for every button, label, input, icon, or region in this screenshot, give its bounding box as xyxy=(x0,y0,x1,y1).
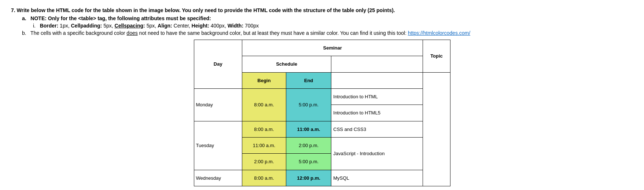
topic-header-empty xyxy=(331,72,423,88)
tuesday-day-cell: Tuesday xyxy=(194,121,242,170)
seminar-header: Seminar xyxy=(242,40,423,56)
question-main-text: Write below the HTML code for the table … xyxy=(17,7,395,13)
seminar-table: Day Seminar Topic Schedule Begin End Mon… xyxy=(194,40,450,186)
tuesday-begin-1: 8:00 a.m. xyxy=(242,121,286,137)
wednesday-end: 12:00 p.m. xyxy=(286,170,331,186)
tuesday-row-1: Tuesday 8:00 a.m. 11:00 a.m. CSS and CSS… xyxy=(194,121,450,137)
monday-topic-1-cell: Introduction to HTML xyxy=(331,88,423,105)
tuesday-end-3: 5:00 p.m. xyxy=(286,154,331,170)
monday-row-1: Monday 8:00 a.m. 5:00 p.m. Introduction … xyxy=(194,88,450,105)
color-tool-link[interactable]: https://htmlcolorcodes.com/ xyxy=(408,30,470,36)
monday-topic-2-cell: Introduction to HTML5 xyxy=(331,105,423,121)
wednesday-topic: MySQL xyxy=(331,170,423,186)
tuesday-topic-2: JavaScript - Introduction xyxy=(331,137,423,170)
question-block: 7. Write below the HTML code for the tab… xyxy=(11,7,633,36)
tuesday-end-2: 2:00 p.m. xyxy=(286,137,331,153)
tuesday-begin-2: 11:00 a.m. xyxy=(242,137,286,153)
sub-i-text: Border: 1px, Cellpadding: 5px, Cellspaci… xyxy=(40,23,259,29)
day-label-cell: Day xyxy=(194,40,242,89)
topic-header: Topic xyxy=(423,40,450,73)
question-sub-a: a. NOTE: Only for the <table> tag, the f… xyxy=(22,15,633,21)
monday-end-cell: 5:00 p.m. xyxy=(286,88,331,121)
sub-i-label: i. xyxy=(33,23,36,29)
question-sub-i: i. Border: 1px, Cellpadding: 5px, Cellsp… xyxy=(33,23,633,29)
sub-b-label: b. xyxy=(22,30,26,36)
question-main: 7. Write below the HTML code for the tab… xyxy=(11,7,633,13)
question-sub-b: b. The cells with a specific background … xyxy=(22,30,633,36)
tuesday-begin-3: 2:00 p.m. xyxy=(242,154,286,170)
wednesday-day-cell: Wednesday xyxy=(194,170,242,186)
question-number: 7. xyxy=(11,7,15,13)
wednesday-begin: 8:00 a.m. xyxy=(242,170,286,186)
wednesday-row: Wednesday 8:00 a.m. 12:00 p.m. MySQL xyxy=(194,170,450,186)
end-header: End xyxy=(286,72,331,88)
sub-a-text: NOTE: Only for the <table> tag, the foll… xyxy=(30,15,211,21)
table-wrapper: Day Seminar Topic Schedule Begin End Mon… xyxy=(11,40,633,186)
schedule-header: Schedule xyxy=(242,56,331,72)
monday-begin-cell: 8:00 a.m. xyxy=(242,88,286,121)
sub-b-text: The cells with a specific background col… xyxy=(30,30,408,36)
tuesday-topic-1: CSS and CSS3 xyxy=(331,121,423,137)
header-row-1: Day Seminar Topic xyxy=(194,40,450,56)
sub-a-label: a. xyxy=(22,15,26,21)
tuesday-end-1: 11:00 a.m. xyxy=(286,121,331,137)
begin-header: Begin xyxy=(242,72,286,88)
monday-day-cell: Monday xyxy=(194,88,242,121)
